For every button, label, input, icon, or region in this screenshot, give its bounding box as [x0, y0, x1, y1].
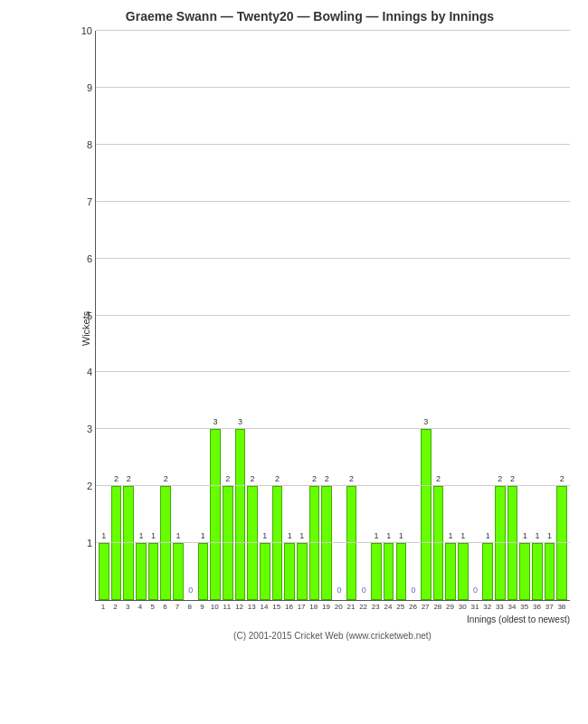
x-tick-label: 9 [196, 603, 209, 611]
bar: 1 [284, 543, 295, 600]
bar-group: 1 [518, 31, 531, 600]
bar-group: 3 [209, 31, 222, 600]
bar-group: 1 [172, 31, 185, 600]
bar-group: 1 [259, 31, 271, 600]
x-tick-label: 28 [432, 603, 444, 611]
bar-group: 1 [395, 31, 408, 600]
x-tick-label: 16 [283, 603, 296, 611]
x-tick-label: 26 [407, 603, 420, 611]
bar-group: 1 [296, 31, 308, 600]
x-tick-label: 15 [270, 603, 283, 611]
x-tick-label: 3 [121, 603, 134, 611]
bar: 1 [532, 543, 543, 600]
x-tick-label: 11 [221, 603, 233, 611]
bar-group: 1 [544, 31, 556, 600]
x-tick-label: 5 [147, 603, 159, 611]
x-tick-label: 13 [245, 603, 258, 611]
bar-group: 1 [370, 31, 383, 600]
bar-group: 1 [98, 31, 110, 600]
x-tick-label: 19 [320, 603, 333, 611]
bar-group: 3 [234, 31, 247, 600]
x-tick-label: 2 [109, 603, 122, 611]
bar: 1 [482, 543, 493, 600]
chart-title: Graeme Swann — Twenty20 — Bowling — Inni… [50, 9, 570, 24]
bar: 1 [371, 543, 382, 600]
bar-group: 1 [135, 31, 147, 600]
bar-group: 2 [555, 31, 568, 600]
bar-group: 1 [531, 31, 544, 600]
bar: 3 [421, 429, 432, 600]
x-tick-label: 7 [171, 603, 184, 611]
x-tick-label: 12 [233, 603, 246, 611]
x-tick-label: 30 [456, 603, 469, 611]
x-tick-label: 14 [258, 603, 270, 611]
bar: 3 [235, 429, 246, 600]
bar-group: 0 [407, 31, 420, 600]
bar-group: 2 [432, 31, 445, 600]
bar-group: 1 [481, 31, 494, 600]
x-tick-label: 31 [469, 603, 481, 611]
bar: 1 [545, 543, 555, 600]
x-tick-label: 38 [555, 603, 568, 611]
bar-group: 1 [197, 31, 210, 600]
x-axis-label: Innings (oldest to newest) [467, 614, 570, 624]
x-tick-label: 1 [97, 603, 109, 611]
bar-group: 2 [320, 31, 333, 600]
bar-group: 0 [333, 31, 346, 600]
bar-group: 2 [110, 31, 123, 600]
bar-group: 2 [246, 31, 259, 600]
bar: 1 [148, 543, 159, 600]
x-tick-label: 22 [357, 603, 370, 611]
bar: 1 [445, 543, 456, 600]
bar: 1 [260, 543, 270, 600]
bar-group: 1 [147, 31, 160, 600]
x-tick-label: 27 [419, 603, 432, 611]
bar-group: 2 [346, 31, 358, 600]
x-tick-label: 8 [184, 603, 196, 611]
bar-group: 2 [308, 31, 321, 600]
x-tick-label: 34 [506, 603, 518, 611]
bar-group: 2 [122, 31, 135, 600]
bar-group: 1 [283, 31, 296, 600]
x-tick-label: 25 [394, 603, 407, 611]
x-tick-label: 33 [494, 603, 507, 611]
chart-container: Graeme Swann — Twenty20 — Bowling — Inni… [0, 0, 588, 724]
bar: 1 [198, 543, 209, 600]
bar-group: 2 [494, 31, 507, 600]
bar: 1 [136, 543, 147, 600]
x-tick-label: 32 [481, 603, 494, 611]
x-tick-label: 6 [159, 603, 172, 611]
x-tick-label: 23 [369, 603, 382, 611]
bar-group: 2 [159, 31, 172, 600]
bar-group: 2 [222, 31, 234, 600]
x-tick-label: 36 [531, 603, 544, 611]
bar: 1 [297, 543, 308, 600]
bar-group: 3 [420, 31, 432, 600]
bar-group: 1 [383, 31, 395, 600]
bar: 1 [396, 543, 407, 600]
bar: 1 [384, 543, 394, 600]
x-tick-label: 18 [308, 603, 320, 611]
bar-group: 0 [357, 31, 370, 600]
bar: 1 [173, 543, 184, 600]
bar: 3 [210, 429, 221, 600]
bar-group: 2 [271, 31, 284, 600]
bar-group: 0 [185, 31, 197, 600]
bar: 1 [519, 543, 530, 600]
x-tick-label: 4 [134, 603, 147, 611]
copyright: (C) 2001-2015 Cricket Web (www.cricketwe… [233, 631, 432, 641]
bar-group: 1 [457, 31, 469, 600]
bar: 1 [99, 543, 109, 600]
bar-group: 2 [507, 31, 519, 600]
bar-group: 1 [444, 31, 457, 600]
bar-group: 0 [469, 31, 482, 600]
x-tick-label: 17 [295, 603, 308, 611]
x-tick-label: 29 [444, 603, 457, 611]
x-tick-label: 20 [332, 603, 345, 611]
x-tick-label: 10 [208, 603, 221, 611]
x-tick-label: 21 [345, 603, 357, 611]
x-tick-label: 35 [518, 603, 531, 611]
x-tick-label: 24 [382, 603, 394, 611]
x-tick-label: 37 [543, 603, 555, 611]
bar: 1 [458, 543, 469, 600]
